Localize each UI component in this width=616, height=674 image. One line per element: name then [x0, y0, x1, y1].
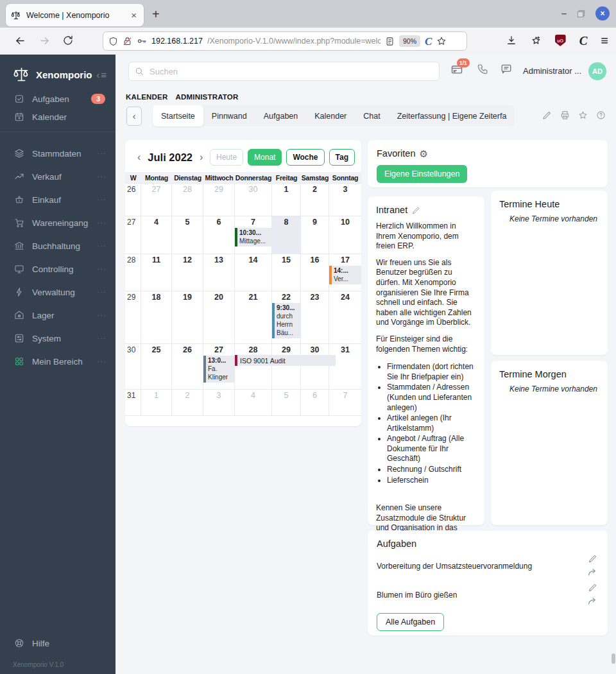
- tab-aufgaben[interactable]: Aufgaben: [255, 105, 307, 126]
- day-cell[interactable]: 6: [203, 216, 235, 254]
- edit-pencil-icon[interactable]: [542, 110, 552, 120]
- sidebar-collapse-icon[interactable]: ‹≡: [96, 69, 107, 80]
- alle-aufgaben-button[interactable]: Alle Aufgaben: [377, 613, 444, 631]
- tag-button[interactable]: Tag: [329, 149, 355, 166]
- window-minimize-button[interactable]: –: [561, 7, 567, 20]
- tab-startseite[interactable]: Startseite: [153, 105, 203, 126]
- global-search[interactable]: [128, 62, 440, 81]
- gear-icon[interactable]: ⚙: [419, 149, 427, 159]
- menu-hamburger-icon[interactable]: ≡: [601, 34, 608, 47]
- sidebar-item-buchhaltung[interactable]: Buchhaltung ···: [0, 236, 116, 256]
- chat-icon[interactable]: [501, 63, 512, 74]
- heute-button[interactable]: Heute: [210, 149, 243, 166]
- day-cell[interactable]: 12: [172, 254, 203, 291]
- woche-button[interactable]: Woche: [286, 149, 324, 166]
- favorite-star-icon[interactable]: [578, 110, 588, 120]
- day-cell[interactable]: 1: [272, 184, 301, 216]
- sidebar-item-stammdaten[interactable]: Stammdaten ···: [0, 143, 116, 164]
- day-cell[interactable]: 2: [172, 390, 203, 415]
- forward-button[interactable]: [38, 35, 51, 47]
- day-cell[interactable]: 19: [172, 291, 203, 343]
- sidebar-item-mein-bereich[interactable]: Mein Bereich ···: [0, 351, 116, 372]
- day-cell[interactable]: 22 9:30... durch Herrn Bäu...: [272, 291, 301, 343]
- item-menu-dots-icon[interactable]: ···: [97, 241, 107, 250]
- browser-tab[interactable]: Welcome | Xenomporio ×: [5, 3, 144, 27]
- day-cell[interactable]: 7: [329, 390, 361, 415]
- day-cell[interactable]: 23: [301, 291, 329, 343]
- day-cell[interactable]: 11: [141, 254, 172, 291]
- tracking-protection-shield-icon[interactable]: [108, 37, 118, 46]
- forward-redo-icon[interactable]: [587, 596, 597, 607]
- calendar-event-ver[interactable]: 14:... Ver...: [329, 266, 361, 284]
- forward-redo-icon[interactable]: [587, 567, 597, 578]
- user-menu[interactable]: Administrator ...: [523, 66, 581, 76]
- item-menu-dots-icon[interactable]: ···: [97, 195, 107, 204]
- day-cell[interactable]: 1: [141, 390, 172, 415]
- item-menu-dots-icon[interactable]: ···: [97, 149, 107, 158]
- day-cell[interactable]: 6: [301, 390, 329, 415]
- calendar-event-klinger[interactable]: 13:0... Fa. Klinger: [203, 356, 234, 383]
- day-cell[interactable]: 27 13:0... Fa. Klinger: [203, 344, 235, 389]
- monat-button[interactable]: Monat: [248, 149, 282, 166]
- eigene-einstellungen-button[interactable]: Eigene Einstellungen: [377, 165, 467, 183]
- edit-pencil-icon[interactable]: [412, 206, 420, 214]
- day-cell[interactable]: 30: [301, 344, 329, 389]
- day-cell[interactable]: 13: [203, 254, 235, 291]
- item-menu-dots-icon[interactable]: ···: [97, 218, 107, 227]
- search-input[interactable]: [148, 66, 433, 77]
- new-tab-button[interactable]: +: [152, 6, 160, 22]
- calendar-event-besuch[interactable]: 9:30... durch Herrn Bäu...: [272, 303, 300, 338]
- calendar-prev-icon[interactable]: ‹: [134, 151, 144, 163]
- password-key-icon[interactable]: [137, 36, 147, 46]
- calendar-event-mittagessen[interactable]: 10:30... Mittage...: [235, 228, 271, 246]
- day-cell[interactable]: 28: [172, 184, 203, 216]
- phone-icon[interactable]: [477, 63, 489, 75]
- day-cell[interactable]: 2: [301, 184, 329, 216]
- day-cell[interactable]: 14: [235, 254, 272, 291]
- sidebar-item-lager[interactable]: Lager ···: [0, 305, 116, 325]
- bookmark-star-icon[interactable]: [436, 36, 447, 46]
- tab-zeiterfassung[interactable]: Zeiterfassung | Eigene Zeiterfa: [389, 105, 515, 126]
- sidebar-item-controlling[interactable]: Controlling ···: [0, 259, 116, 279]
- day-cell-today[interactable]: 8: [272, 216, 301, 254]
- window-close-button[interactable]: ×: [595, 6, 610, 21]
- edit-pencil-icon[interactable]: [588, 554, 597, 563]
- day-cell[interactable]: 5: [272, 390, 301, 415]
- day-cell[interactable]: 26: [172, 344, 203, 389]
- day-cell[interactable]: 20: [203, 291, 235, 343]
- ublock-origin-icon[interactable]: uO: [555, 35, 566, 46]
- day-cell[interactable]: 25: [141, 344, 172, 389]
- sidebar-item-system[interactable]: System ···: [0, 328, 116, 349]
- item-menu-dots-icon[interactable]: ···: [97, 288, 107, 297]
- day-cell[interactable]: 5: [172, 216, 203, 254]
- printer-icon[interactable]: [560, 110, 570, 120]
- day-cell[interactable]: 24: [329, 291, 361, 343]
- help-question-icon[interactable]: [596, 110, 606, 120]
- day-cell[interactable]: 16: [301, 254, 329, 291]
- item-menu-dots-icon[interactable]: ···: [97, 172, 107, 181]
- extensions-star-icon[interactable]: [531, 35, 542, 46]
- day-cell[interactable]: 10: [329, 216, 361, 254]
- tab-kalender[interactable]: Kalender: [306, 105, 355, 126]
- mail-notification-button[interactable]: 1/1: [450, 63, 463, 76]
- user-avatar[interactable]: AD: [588, 62, 606, 80]
- tab-back-button[interactable]: ‹: [126, 107, 142, 126]
- sidebar-item-kalender[interactable]: Kalender: [0, 108, 116, 126]
- day-cell[interactable]: 21: [235, 291, 272, 343]
- calendar-next-icon[interactable]: ›: [196, 151, 206, 163]
- reader-mode-icon[interactable]: [385, 37, 395, 46]
- tab-pinnwand[interactable]: Pinnwand: [203, 105, 255, 126]
- downloads-icon[interactable]: [506, 35, 517, 46]
- clearurls-extension-icon[interactable]: C: [425, 36, 432, 47]
- day-cell[interactable]: 4: [141, 216, 172, 254]
- window-restore-button[interactable]: [577, 10, 585, 18]
- day-cell[interactable]: 3: [203, 390, 235, 415]
- back-button[interactable]: [14, 35, 26, 47]
- day-cell[interactable]: 18: [141, 291, 172, 343]
- scrollbar-thumb[interactable]: [612, 653, 615, 664]
- day-cell[interactable]: 15: [272, 254, 301, 291]
- day-cell[interactable]: 17 14:... Ver...: [329, 254, 361, 291]
- tab-close-icon[interactable]: ×: [129, 10, 139, 21]
- tab-chat[interactable]: Chat: [355, 105, 388, 126]
- sidebar-item-hilfe[interactable]: Hilfe: [0, 634, 116, 652]
